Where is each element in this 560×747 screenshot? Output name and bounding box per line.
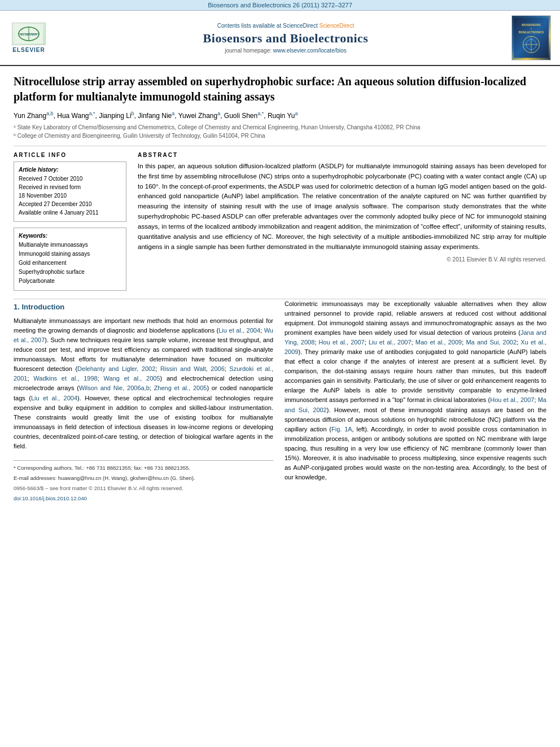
doi-line: doi:10.1016/j.bios.2010.12.040 bbox=[14, 495, 273, 503]
article-title: Nitrocellulose strip array assembled on … bbox=[14, 74, 546, 104]
journal-banner: Biosensors and Bioelectronics 26 (2011) … bbox=[0, 0, 560, 11]
abstract-paragraph: In this paper, an aqueous solution diffu… bbox=[138, 161, 546, 252]
author-ruqin-yu: Ruqin Yu bbox=[268, 112, 295, 120]
info-abstract-columns: ARTICLE INFO Article history: Received 7… bbox=[14, 152, 546, 291]
ref-fig1a[interactable]: Fig. 1A bbox=[331, 426, 352, 433]
keyword-2: Immunogold staining assays bbox=[19, 250, 121, 259]
keyword-5: Polycarbonate bbox=[19, 277, 121, 286]
journal-header: ELSEVIER ELSEVIER Contents lists availab… bbox=[0, 11, 560, 66]
history-label: Article history: bbox=[19, 167, 121, 173]
ref-mao2009[interactable]: Mao et al., 2009 bbox=[415, 339, 462, 346]
elsevier-logo: ELSEVIER ELSEVIER bbox=[9, 23, 49, 53]
main-content: 1. Introduction Multianalyte immunoassay… bbox=[0, 299, 560, 514]
main-columns: 1. Introduction Multianalyte immunoassay… bbox=[14, 299, 546, 505]
ref-rissin2006[interactable]: Rissin and Walt, 2006 bbox=[160, 365, 225, 372]
ref-wang2005[interactable]: Wang et al., 2005 bbox=[104, 375, 160, 382]
main-right-column: Colorimetric immunoassays may be excepti… bbox=[285, 299, 546, 505]
main-left-column: 1. Introduction Multianalyte immunoassay… bbox=[14, 299, 273, 505]
intro-section-title: 1. Introduction bbox=[14, 302, 273, 313]
author-jinfang-nie: Jinfang Nie bbox=[138, 112, 172, 120]
author-yuwei-zhang: Yuwei Zhang bbox=[178, 112, 217, 120]
ref-ma2002[interactable]: Ma and Sui, 2002 bbox=[466, 339, 517, 346]
keyword-3: Gold enhancement bbox=[19, 259, 121, 268]
journal-homepage: journal homepage: www.elsevier.com/locat… bbox=[60, 47, 511, 54]
svg-text:ELSEVIER: ELSEVIER bbox=[20, 33, 37, 36]
keywords-box: Keywords: Multianalyte immunoassays Immu… bbox=[14, 228, 126, 291]
keyword-4: Superhydrophobic surface bbox=[19, 268, 121, 277]
sciencedirect-anchor[interactable]: ScienceDirect bbox=[319, 23, 354, 29]
issn-line: 0956-5663/$ – see front matter © 2011 El… bbox=[14, 484, 273, 493]
abstract-column: ABSTRACT In this paper, an aqueous solut… bbox=[138, 152, 546, 291]
sciencedirect-link: Contents lists available at ScienceDirec… bbox=[60, 23, 511, 29]
ref-hou2007[interactable]: Hou et al., 2007 bbox=[319, 339, 365, 346]
intro-number: 1. bbox=[14, 303, 21, 311]
abstract-heading: ABSTRACT bbox=[138, 152, 546, 158]
keywords-label: Keywords: bbox=[19, 233, 121, 239]
history-revised-date: 18 November 2010 bbox=[19, 191, 121, 200]
journal-center: Contents lists available at ScienceDirec… bbox=[60, 23, 511, 54]
ref-wilson2006[interactable]: Wilson and Nie, 2006a,b bbox=[79, 385, 150, 391]
article-info-column: ARTICLE INFO Article history: Received 7… bbox=[14, 152, 126, 291]
footnote-corresponding: * Corresponding authors. Tel.: +86 731 8… bbox=[14, 464, 273, 473]
affiliations: ᵃ State Key Laboratory of Chemo/Biosensi… bbox=[14, 123, 546, 140]
ref-hou2007b[interactable]: Hou et al., 2007 bbox=[490, 396, 534, 403]
svg-text:BIOELECTRONICS: BIOELECTRONICS bbox=[519, 30, 544, 34]
history-available: Available online 4 January 2011 bbox=[19, 208, 121, 217]
divider bbox=[14, 146, 546, 146]
intro-paragraph-1: Multianalyte immunoassays are important … bbox=[14, 316, 273, 451]
history-received1: Received 7 October 2010 bbox=[19, 174, 121, 183]
doi-link[interactable]: doi:10.1016/j.bios.2010.12.040 bbox=[14, 495, 87, 501]
article-info-heading: ARTICLE INFO bbox=[14, 152, 126, 158]
homepage-label: journal homepage: bbox=[225, 47, 272, 54]
history-accepted: Accepted 27 December 2010 bbox=[19, 200, 121, 208]
sciencedirect-label: Contents lists available at ScienceDirec… bbox=[217, 23, 318, 29]
ref-delehanty2002[interactable]: Delehanty and Ligler, 2002 bbox=[77, 365, 155, 372]
svg-text:&: & bbox=[531, 27, 532, 30]
copyright-line: © 2011 Elsevier B.V. All rights reserved… bbox=[138, 255, 546, 264]
authors-line: Yun Zhanga,b, Hua Wanga,*, Jianping Lib,… bbox=[14, 110, 546, 121]
homepage-url[interactable]: www.elsevier.com/locate/bios bbox=[273, 47, 347, 54]
ref-liu2004[interactable]: Liu et al., 2004 bbox=[218, 327, 260, 334]
keyword-1: Multianalyte immunoassays bbox=[19, 241, 121, 250]
footnote-area: * Corresponding authors. Tel.: +86 731 8… bbox=[14, 460, 273, 503]
journal-title: Biosensors and Bioelectronics bbox=[60, 31, 511, 46]
ref-liu2007[interactable]: Liu et al., 2007 bbox=[369, 339, 412, 346]
intro-title-text: Introduction bbox=[21, 303, 64, 311]
author-yun-zhang: Yun Zhang bbox=[14, 112, 46, 120]
right-intro-paragraph: Colorimetric immunoassays may be excepti… bbox=[285, 299, 546, 482]
banner-text: Biosensors and Bioelectronics 26 (2011) … bbox=[208, 2, 352, 8]
svg-text:BIOSENSORS: BIOSENSORS bbox=[522, 23, 541, 27]
ref-liu2004b[interactable]: Liu et al., 2004 bbox=[31, 395, 77, 401]
affiliation-a: ᵃ State Key Laboratory of Chemo/Biosensi… bbox=[14, 124, 420, 130]
most-of-these: most of these bbox=[364, 407, 405, 413]
abstract-text: In this paper, an aqueous solution diffu… bbox=[138, 161, 546, 264]
ref-zheng2005[interactable]: Zheng et al., 2005 bbox=[154, 385, 207, 391]
elsevier-text: ELSEVIER bbox=[12, 47, 45, 53]
journal-cover-image: BIOSENSORS & BIOELECTRONICS bbox=[511, 15, 551, 60]
article-history-box: Article history: Received 7 October 2010… bbox=[14, 161, 126, 222]
article-body: Nitrocellulose strip array assembled on … bbox=[0, 66, 560, 299]
footnote-emails: E-mail addresses: huawang@hnu.cn (H. Wan… bbox=[14, 474, 273, 483]
history-received-revised: Received in revised form bbox=[19, 183, 121, 191]
elsevier-logo-box: ELSEVIER bbox=[12, 23, 46, 45]
author-guoli-shen: Guoli Shen bbox=[224, 112, 257, 120]
author-jianping-li: Jianping Li bbox=[99, 112, 131, 120]
ref-wadkins1998[interactable]: Wadkins et al., 1998 bbox=[33, 375, 97, 382]
affiliation-b: ᵇ College of Chemistry and Bioengineerin… bbox=[14, 133, 265, 139]
author-hua-wang: Hua Wang bbox=[57, 112, 89, 120]
